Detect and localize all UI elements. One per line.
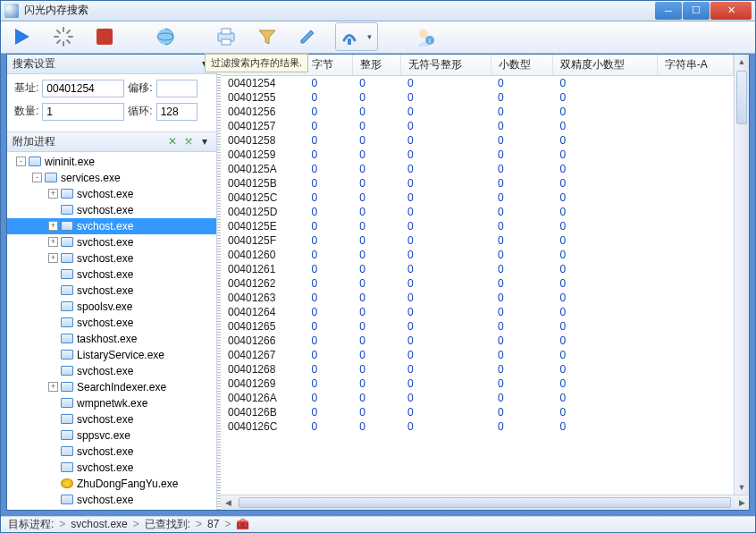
tree-item[interactable]: svchost.exe [7, 363, 216, 379]
memory-grid[interactable]: 地址字节整形无符号整形小数型双精度小数型字符串-A 00401254000000… [221, 55, 734, 495]
tree-item[interactable]: +svchost.exe [7, 250, 216, 266]
cell: 0 [352, 334, 400, 348]
tree-item[interactable]: svchost.exe [7, 460, 216, 476]
close-button[interactable]: ✕ [710, 2, 752, 20]
edit-button[interactable] [294, 22, 323, 51]
tree-item[interactable]: +svchost.exe [7, 186, 216, 202]
table-row[interactable]: 0040125D00000 [221, 205, 734, 219]
tree-item[interactable]: wmpnetwk.exe [7, 395, 216, 411]
tree-item[interactable]: ListaryService.exe [7, 347, 216, 363]
column-header[interactable]: 小数型 [491, 55, 552, 76]
expand-toggle[interactable]: + [48, 221, 58, 231]
column-header[interactable]: 字节 [305, 55, 353, 76]
table-row[interactable]: 0040125F00000 [221, 233, 734, 248]
table-row[interactable]: 0040126300000 [221, 291, 734, 305]
table-row[interactable]: 0040126B00000 [221, 405, 734, 419]
tree-item[interactable]: spoolsv.exe [7, 299, 216, 315]
tree-item[interactable]: ZhuDongFangYu.exe [7, 476, 216, 492]
tree-item[interactable]: svchost.exe [7, 202, 216, 218]
table-row[interactable]: 0040125800000 [221, 133, 734, 148]
horizontal-scrollbar[interactable]: ◀ ▶ [221, 495, 749, 510]
tree-item[interactable]: svchost.exe [7, 492, 216, 508]
scroll-up-icon[interactable]: ▲ [735, 55, 749, 69]
expand-toggle[interactable]: - [16, 157, 26, 166]
tree-item[interactable]: svchost.exe [7, 315, 216, 331]
cell: 0 [305, 362, 353, 376]
tree-item-label: spoolsv.exe [77, 300, 132, 313]
column-header[interactable]: 字符串-A [657, 55, 733, 76]
expand-toggle[interactable]: + [48, 382, 58, 392]
tree-item[interactable]: svchost.exe [7, 266, 216, 283]
process-tree[interactable]: -wininit.exe-services.exe+svchost.exesvc… [7, 152, 216, 510]
tree-item[interactable]: svchost.exe [7, 411, 216, 427]
table-row[interactable]: 0040126800000 [221, 362, 734, 376]
expand-toggle[interactable]: + [48, 237, 58, 247]
table-row[interactable]: 0040125400000 [221, 75, 734, 90]
table-row[interactable]: 0040125C00000 [221, 190, 734, 205]
expand-icon[interactable]: ⤧ [182, 135, 195, 148]
tree-item[interactable]: taskhost.exe [7, 331, 216, 347]
titlebar[interactable]: 闪光内存搜索 ─ ☐ ✕ [1, 1, 755, 21]
cell: 0 [491, 190, 552, 205]
table-row[interactable]: 0040125B00000 [221, 176, 734, 190]
settings-dropdown[interactable]: ▼ [335, 22, 378, 51]
scroll-right-icon[interactable]: ▶ [735, 495, 749, 510]
table-row[interactable]: 0040126A00000 [221, 391, 734, 405]
tree-item[interactable]: +svchost.exe [7, 234, 216, 250]
base-input[interactable] [42, 80, 124, 97]
table-row[interactable]: 0040125E00000 [221, 219, 734, 233]
table-row[interactable]: 0040125600000 [221, 105, 734, 119]
tree-item[interactable]: -services.exe [7, 170, 216, 186]
tree-item[interactable]: -wininit.exe [7, 154, 216, 170]
table-row[interactable]: 0040126500000 [221, 319, 734, 334]
table-row[interactable]: 0040125900000 [221, 148, 734, 162]
print-button[interactable] [212, 22, 240, 51]
scroll-thumb-h[interactable] [239, 497, 731, 508]
table-row[interactable]: 0040126C00000 [221, 419, 734, 434]
table-row[interactable]: 0040126900000 [221, 376, 734, 391]
globe-button[interactable] [151, 22, 180, 51]
column-header[interactable]: 无符号整形 [400, 55, 491, 76]
table-row[interactable]: 0040126600000 [221, 334, 734, 348]
offset-input[interactable] [156, 80, 197, 97]
stop-button[interactable] [90, 22, 119, 51]
scroll-thumb[interactable] [736, 71, 747, 124]
cell: 0 [553, 419, 658, 434]
cell: 0040125C [221, 190, 305, 205]
table-row[interactable]: 0040126400000 [221, 305, 734, 319]
table-row[interactable]: 0040126000000 [221, 248, 734, 262]
status-filter-icon[interactable]: 🧰 [236, 518, 249, 530]
play-button[interactable] [8, 22, 37, 51]
table-row[interactable]: 0040125500000 [221, 90, 734, 105]
table-row[interactable]: 0040125700000 [221, 119, 734, 133]
tree-item[interactable]: svchost.exe [7, 444, 216, 460]
table-row[interactable]: 0040126100000 [221, 262, 734, 276]
cell: 0 [491, 248, 552, 262]
tree-item[interactable]: +svchost.exe [7, 218, 216, 234]
scroll-left-icon[interactable]: ◀ [221, 495, 235, 510]
chevron-down-icon[interactable]: ▾ [198, 135, 211, 148]
filter-button[interactable] [253, 22, 281, 51]
count-input[interactable] [42, 103, 124, 121]
column-header[interactable]: 双精度小数型 [553, 55, 658, 76]
table-row[interactable]: 0040125A00000 [221, 162, 734, 176]
scroll-down-icon[interactable]: ▼ [735, 480, 749, 495]
tree-item[interactable]: +SearchIndexer.exe [7, 379, 216, 395]
refresh-icon[interactable]: ✕ [166, 135, 179, 148]
process-icon [61, 189, 73, 199]
table-row[interactable]: 0040126200000 [221, 276, 734, 291]
expand-toggle[interactable]: - [32, 173, 42, 182]
loop-input[interactable] [156, 103, 197, 121]
cell: 0 [491, 305, 552, 319]
loading-icon[interactable] [49, 22, 78, 51]
minimize-button[interactable]: ─ [655, 2, 682, 20]
maximize-button[interactable]: ☐ [683, 2, 710, 20]
help-button[interactable]: i [410, 22, 439, 51]
tree-item[interactable]: svchost.exe [7, 283, 216, 299]
table-row[interactable]: 0040126700000 [221, 348, 734, 362]
vertical-scrollbar[interactable]: ▲ ▼ [734, 55, 749, 495]
tree-item[interactable]: sppsvc.exe [7, 427, 216, 444]
expand-toggle[interactable]: + [48, 253, 58, 263]
expand-toggle[interactable]: + [48, 189, 58, 199]
column-header[interactable]: 整形 [352, 55, 400, 76]
